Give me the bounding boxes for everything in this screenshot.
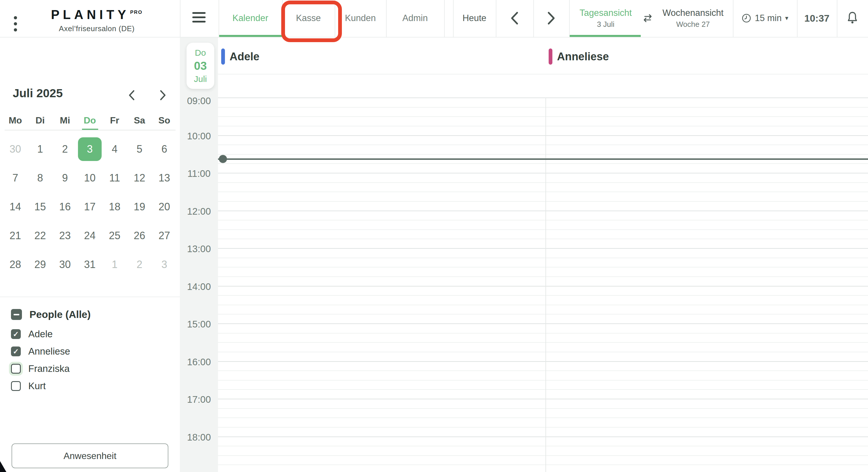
kurt-checkbox[interactable] — [11, 381, 21, 391]
mini-calendar-day[interactable]: 1 — [28, 135, 53, 164]
mini-calendar-day[interactable]: 8 — [28, 164, 53, 193]
mini-calendar-day[interactable]: 17 — [78, 193, 102, 221]
mini-calendar-day[interactable]: 3 — [152, 250, 177, 279]
people-item-anneliese[interactable]: ✓Anneliese — [11, 343, 70, 360]
mini-calendar-week-row: 28293031123 — [3, 250, 177, 279]
anneliese-checkbox[interactable]: ✓ — [11, 346, 21, 356]
hour-label: 12:00 — [180, 206, 218, 217]
tab-kasse[interactable]: Kasse — [282, 0, 335, 36]
notifications-button[interactable] — [837, 0, 868, 36]
hour-label: 13:00 — [180, 243, 218, 255]
current-time-dot — [219, 155, 227, 163]
mini-calendar-prev-button[interactable] — [123, 89, 140, 102]
mini-calendar-day[interactable]: 2 — [53, 135, 78, 164]
franziska-checkbox[interactable] — [11, 364, 21, 374]
hamburger-menu-icon[interactable] — [192, 12, 206, 23]
day-view-tab[interactable]: Tagesansicht 3 Juli — [569, 0, 642, 36]
people-header-label: People (Alle) — [29, 309, 91, 320]
mini-calendar-day[interactable]: 11 — [102, 164, 127, 193]
mini-calendar-day[interactable]: 16 — [53, 193, 78, 221]
quarter-hour-line — [218, 352, 868, 352]
mini-calendar-day[interactable]: 15 — [28, 193, 53, 221]
weekday-header-di: Di — [28, 114, 53, 127]
prev-day-button[interactable] — [496, 0, 533, 36]
tab-admin[interactable]: Admin — [386, 0, 444, 36]
hour-label: 14:00 — [180, 281, 218, 293]
attendance-button-label: Anwesenheit — [64, 451, 116, 461]
quarter-hour-line — [218, 446, 868, 446]
week-view-tab[interactable]: Wochenansicht Woche 27 — [653, 0, 733, 36]
hour-line — [218, 286, 868, 286]
hour-label: 17:00 — [180, 394, 218, 405]
hour-label: 15:00 — [180, 318, 218, 330]
bell-icon — [846, 11, 859, 25]
mini-calendar-day[interactable]: 30 — [3, 135, 28, 164]
people-all-checkbox[interactable] — [11, 309, 22, 320]
mini-calendar-day[interactable]: 26 — [127, 221, 152, 250]
mini-calendar-day[interactable]: 24 — [78, 221, 102, 250]
quarter-hour-line — [218, 239, 868, 239]
quarter-hour-line — [218, 455, 868, 456]
weekday-header-sa: Sa — [127, 114, 152, 127]
quarter-hour-line — [218, 163, 868, 164]
mini-calendar-day[interactable]: 20 — [152, 193, 177, 221]
mini-calendar-day[interactable]: 30 — [53, 250, 78, 279]
brand-block: PLANITYPRO Axel’friseursalon (DE) — [32, 7, 162, 33]
people-item-adele[interactable]: ✓Adele — [11, 326, 70, 343]
mini-calendar-next-button[interactable] — [154, 89, 172, 102]
mini-calendar-day[interactable]: 12 — [127, 164, 152, 193]
mini-calendar-day[interactable]: 19 — [127, 193, 152, 221]
tab-kalender-label: Kalender — [232, 13, 268, 23]
interval-label: 15 min — [755, 13, 782, 23]
mini-calendar-day[interactable]: 25 — [102, 221, 127, 250]
people-item-kurt[interactable]: Kurt — [11, 377, 70, 395]
people-item-franziska[interactable]: Franziska — [11, 360, 70, 377]
mini-calendar-day[interactable]: 7 — [3, 164, 28, 193]
mini-calendar-day[interactable]: 28 — [3, 250, 28, 279]
adele-checkbox[interactable]: ✓ — [11, 329, 21, 339]
tab-kunden[interactable]: Kunden — [335, 0, 386, 36]
mini-calendar-day[interactable]: 23 — [53, 221, 78, 250]
quarter-hour-line — [218, 427, 868, 428]
hour-label: 16:00 — [180, 356, 218, 368]
interval-selector[interactable]: 15 min ▾ — [733, 0, 797, 36]
mini-calendar-day[interactable]: 21 — [3, 221, 28, 250]
people-list: ✓Adele✓AnnelieseFranziskaKurt — [11, 326, 70, 395]
mini-calendar-day[interactable]: 1 — [102, 250, 127, 279]
mini-calendar-day[interactable]: 9 — [53, 164, 78, 193]
nav-divider — [444, 0, 445, 37]
sidebar: Juli 2025 MoDiMiDoFrSaSo 301234567891011… — [0, 37, 180, 472]
today-button-label: Heute — [463, 13, 487, 23]
tab-kalender[interactable]: Kalender — [219, 0, 282, 36]
mini-calendar-day[interactable]: 3 — [78, 135, 102, 164]
mini-calendar-day[interactable]: 18 — [102, 193, 127, 221]
quarter-hour-line — [218, 276, 868, 277]
mini-calendar-day[interactable]: 13 — [152, 164, 177, 193]
attendance-button[interactable]: Anwesenheit — [11, 443, 168, 468]
swap-view-button[interactable] — [642, 0, 653, 36]
mini-calendar-day[interactable]: 14 — [3, 193, 28, 221]
mini-calendar-week-row: 30123456 — [3, 135, 177, 164]
people-filter-header[interactable]: People (Alle) — [11, 309, 91, 320]
kebab-menu-icon[interactable] — [14, 16, 17, 31]
today-button[interactable]: Heute — [453, 0, 496, 36]
next-day-button[interactable] — [533, 0, 569, 36]
mini-calendar-day[interactable]: 2 — [127, 250, 152, 279]
mini-calendar-day[interactable]: 5 — [127, 135, 152, 164]
mini-calendar-day[interactable]: 10 — [78, 164, 102, 193]
mini-calendar-day[interactable]: 4 — [102, 135, 127, 164]
selected-day: 3 — [78, 137, 102, 161]
mini-calendar-day[interactable]: 6 — [152, 135, 177, 164]
mini-calendar-day[interactable]: 27 — [152, 221, 177, 250]
chevron-right-icon — [547, 11, 555, 25]
day-header-card[interactable]: Do 03 Juli — [187, 43, 214, 89]
quarter-hour-line — [218, 107, 868, 108]
tab-admin-label: Admin — [403, 13, 428, 23]
column-divider — [546, 98, 546, 472]
quarter-hour-line — [218, 229, 868, 230]
quarter-hour-line — [218, 126, 868, 126]
mini-calendar-day[interactable]: 31 — [78, 250, 102, 279]
mini-calendar-day[interactable]: 22 — [28, 221, 53, 250]
mini-calendar-day[interactable]: 29 — [28, 250, 53, 279]
calendar-grid[interactable] — [218, 37, 868, 472]
